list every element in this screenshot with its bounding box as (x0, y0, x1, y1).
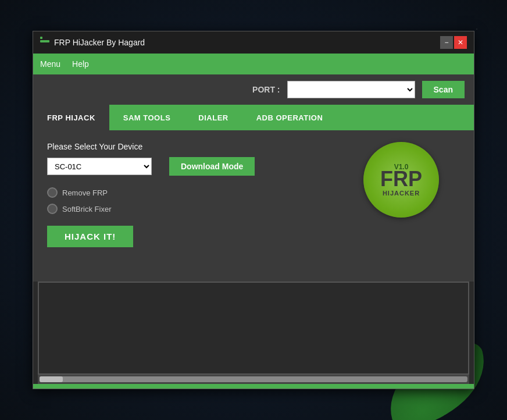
menu-menu-item[interactable]: Menu (40, 59, 60, 69)
scan-button[interactable]: Scan (422, 81, 465, 98)
window-title: FRP HiJacker By Hagard (54, 38, 145, 47)
minimize-button[interactable]: − (440, 36, 453, 49)
app-icon (40, 37, 49, 48)
tab-sam-tools[interactable]: SAM TOOLS (109, 105, 185, 130)
main-window: FRP HiJacker By Hagard − ✕ Menu Help POR… (33, 31, 474, 389)
tab-bar: FRP HIJACK SAM TOOLS DIALER ADB OPERATIO… (33, 105, 474, 130)
radio-btn-softbrick-fixer[interactable] (47, 204, 58, 214)
frp-logo-circle: V1.0 FRP HIJACKER (363, 142, 439, 218)
title-bar-left: FRP HiJacker By Hagard (40, 37, 145, 48)
radio-label-softbrick-fixer: SoftBrick Fixer (62, 205, 112, 213)
title-buttons: − ✕ (440, 36, 467, 49)
scrollbar-track[interactable] (40, 376, 467, 382)
menu-bar: Menu Help (33, 54, 474, 74)
port-label: PORT : (252, 85, 280, 94)
port-row: PORT : Scan (33, 74, 474, 105)
radio-label-remove-frp: Remove FRP (62, 188, 108, 197)
scrollbar-area[interactable] (38, 375, 469, 384)
port-select[interactable] (287, 81, 415, 98)
close-button[interactable]: ✕ (454, 36, 467, 49)
download-mode-button[interactable]: Download Mode (169, 157, 255, 176)
title-bar: FRP HiJacker By Hagard − ✕ (33, 31, 474, 54)
frp-logo-hijacker: HIJACKER (383, 190, 420, 197)
log-area[interactable] (38, 282, 469, 375)
tab-frp-hijack[interactable]: FRP HIJACK (33, 105, 109, 130)
device-select[interactable]: SC-01C (47, 158, 152, 175)
main-content: V1.0 FRP HIJACKER Please Select Your Dev… (33, 130, 474, 282)
frp-logo-frp: FRP (380, 169, 422, 190)
bottom-bar (33, 384, 474, 389)
tab-adb-operation[interactable]: ADB OPERATION (242, 105, 337, 130)
tab-dialer[interactable]: DIALER (184, 105, 242, 130)
radio-btn-remove-frp[interactable] (47, 187, 58, 198)
scrollbar-thumb[interactable] (40, 376, 63, 382)
menu-help-item[interactable]: Help (72, 59, 89, 69)
hijack-button[interactable]: HIJACK IT! (47, 226, 133, 247)
